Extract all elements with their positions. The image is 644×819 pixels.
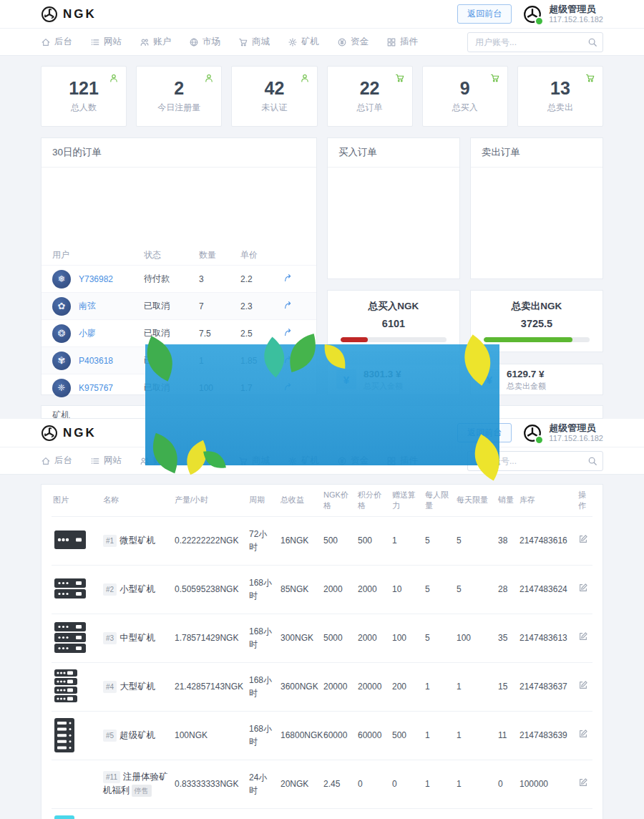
gear-icon <box>288 37 298 47</box>
order-user-link[interactable]: Y736982 <box>79 274 113 284</box>
miner-id-badge: #11 <box>103 771 120 783</box>
miner-id-badge: #1 <box>103 535 117 547</box>
miner-per-user-limit: 5 <box>424 516 455 565</box>
stat-value: 121 <box>69 79 99 99</box>
miner-per-user-limit: 1 <box>424 662 455 711</box>
nav-item-cart[interactable]: 商城 <box>238 36 270 48</box>
miner-ngk-price: 20000 <box>322 662 356 711</box>
stat-label: 总买入 <box>452 102 478 114</box>
miner-output: 0.83333333NGK <box>173 760 248 808</box>
cart-icon <box>490 73 500 83</box>
admin-avatar <box>522 4 543 25</box>
buy-progress-fill <box>341 337 368 342</box>
miner-stock: 2147483624 <box>518 565 577 614</box>
admin-account[interactable]: 超级管理员 117.152.16.182 <box>522 4 603 25</box>
miners-col-header: 图片 <box>52 485 102 516</box>
miner-period: 168小时 <box>248 711 279 760</box>
miner-period: 72小时 <box>248 516 279 565</box>
nav-item-gear[interactable]: 矿机 <box>288 36 319 48</box>
header-primary: NGK 返回前台 超级管理员 117.152.16.182 <box>0 0 644 29</box>
order-row: ❅ Y736982 待付款 3 2.2 <box>42 265 316 292</box>
search-input[interactable] <box>467 32 603 52</box>
miner-output: 0.50595238NGK <box>173 565 248 614</box>
user-avatar: ❈ <box>52 379 71 397</box>
miner-row: #8注册体验矿机停售 0.22222222NGK 72小时 16NGK 500 … <box>52 808 592 819</box>
miner-points-price: 2000 <box>356 565 391 614</box>
miner-sales: 28 <box>497 565 518 614</box>
stat-label: 今日注册量 <box>157 102 200 114</box>
edit-icon[interactable] <box>578 777 588 788</box>
edit-icon[interactable] <box>578 729 588 739</box>
edit-icon[interactable] <box>578 631 588 641</box>
miner-income: 16NGK <box>279 516 322 565</box>
stat-card[interactable]: 13 总卖出 <box>517 66 603 127</box>
miner-sales: 35 <box>497 614 518 662</box>
nav-item-label: 网站 <box>104 455 122 467</box>
total-buy-card: 总买入NGK 6101 <box>327 290 460 352</box>
cart-icon <box>395 73 405 83</box>
online-status-dot <box>535 16 544 26</box>
edit-icon[interactable] <box>578 680 588 690</box>
nav-item-label: 资金 <box>351 36 369 48</box>
miners-col-header: 周期 <box>248 485 279 516</box>
stat-card[interactable]: 9 总买入 <box>422 66 508 127</box>
stat-card[interactable]: 121 总人数 <box>41 66 127 127</box>
miner-stock: 2147483645 <box>518 808 577 819</box>
admin-name: 超级管理员 <box>549 422 603 434</box>
nav-item-home[interactable]: 后台 <box>41 36 72 48</box>
miner-status-badge: 停售 <box>132 785 152 797</box>
miner-id-badge: #2 <box>103 583 117 596</box>
orders-chart-area <box>42 168 316 246</box>
miner-ngk-price: 2.45 <box>322 760 356 808</box>
nav-item-users[interactable]: 账户 <box>140 36 171 48</box>
miner-output: 0.22222222NGK <box>173 516 248 565</box>
order-qty: 7.5 <box>199 329 240 339</box>
nav-item-grid[interactable]: 插件 <box>386 36 418 48</box>
stat-card[interactable]: 22 总订单 <box>327 66 413 127</box>
nav-item-label: 后台 <box>54 455 72 467</box>
order-user-link[interactable]: 小廖 <box>79 327 96 339</box>
promo-overlay[interactable] <box>145 344 499 465</box>
grid-icon <box>386 37 396 47</box>
edit-icon[interactable] <box>578 583 588 593</box>
stat-card[interactable]: 42 未认证 <box>231 66 317 127</box>
total-sell-value: 3725.5 <box>471 318 602 329</box>
nav-item-list[interactable]: 网站 <box>90 36 122 48</box>
brand: NGK <box>41 6 97 23</box>
admin-name: 超级管理员 <box>549 4 603 15</box>
miner-period: 168小时 <box>248 565 279 614</box>
miner-name: 中型矿机 <box>119 633 155 643</box>
nav-item-list[interactable]: 网站 <box>90 455 122 467</box>
nav-item-globe[interactable]: 市场 <box>189 36 220 48</box>
share-arrow-icon[interactable] <box>283 300 293 310</box>
stat-label: 总订单 <box>357 102 383 114</box>
miner-row: #3中型矿机 1.78571429NGK 168小时 300NGK 5000 2… <box>52 614 592 662</box>
miner-points-price: 0 <box>356 808 391 819</box>
nav-item-label: 矿机 <box>301 36 319 48</box>
share-arrow-icon[interactable] <box>283 273 293 283</box>
miner-output: 0.22222222NGK <box>173 808 248 819</box>
nav-item-home[interactable]: 后台 <box>41 455 72 467</box>
stats-row: 121 总人数 2 今日注册量 42 未认证 22 总订单 9 总买入 13 总… <box>41 66 603 127</box>
miner-image <box>53 577 97 601</box>
miner-period: 72小时 <box>248 808 279 819</box>
miner-image <box>53 668 97 705</box>
miner-ngk-price: 2000 <box>322 565 356 614</box>
search-icon[interactable] <box>587 456 597 466</box>
nav-item-coin[interactable]: 资金 <box>337 36 369 48</box>
back-to-front-button[interactable]: 返回前台 <box>457 4 512 24</box>
admin-account[interactable]: 超级管理员 117.152.16.182 <box>522 422 603 444</box>
order-user-link[interactable]: K975767 <box>79 383 113 393</box>
admin-ip: 117.152.16.182 <box>549 434 603 444</box>
order-qty: 7 <box>199 301 240 311</box>
stat-card[interactable]: 2 今日注册量 <box>136 66 222 127</box>
total-buy-value: 6101 <box>328 318 459 329</box>
miner-image <box>53 529 97 552</box>
order-user-link[interactable]: 南弦 <box>79 300 96 312</box>
edit-icon[interactable] <box>578 534 588 544</box>
miner-power: 1 <box>391 808 424 819</box>
sell-orders-panel: 卖出订单 <box>470 137 603 279</box>
search-icon[interactable] <box>587 37 597 47</box>
miner-output: 1.78571429NGK <box>173 614 248 662</box>
order-user-link[interactable]: P403618 <box>79 356 113 366</box>
